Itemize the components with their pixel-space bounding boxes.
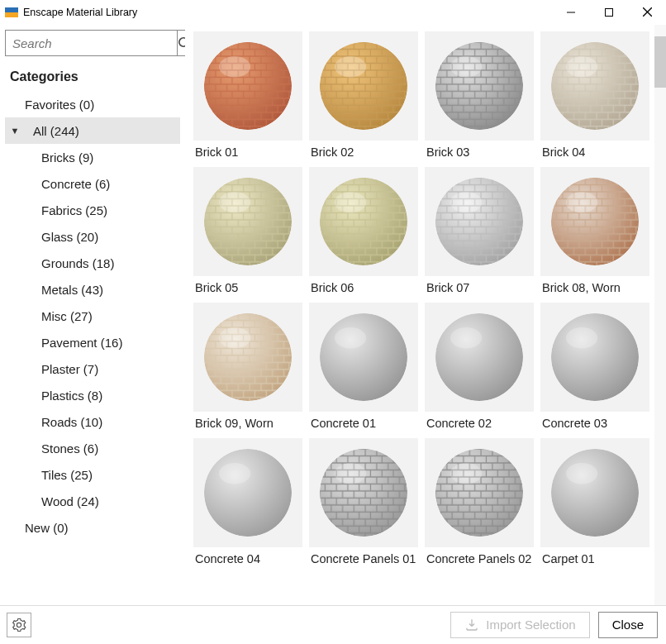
svg-point-39 xyxy=(566,192,597,212)
subcategory-label: Plastics (8) xyxy=(21,389,102,403)
svg-rect-58 xyxy=(320,449,407,537)
material-thumbnail xyxy=(425,438,534,547)
material-thumbnail xyxy=(309,167,418,276)
material-label: Concrete Panels 02 xyxy=(425,547,534,569)
material-tile[interactable]: Carpet 01 xyxy=(540,438,649,569)
material-tile[interactable]: Brick 06 xyxy=(309,167,418,298)
import-label: Import Selection xyxy=(486,618,575,632)
footer: Import Selection Close xyxy=(0,605,666,643)
subcategory-label: Tiles (25) xyxy=(21,468,93,482)
material-label: Brick 04 xyxy=(540,141,649,162)
subcategory-item[interactable]: Metals (43) xyxy=(5,276,180,303)
material-label: Brick 05 xyxy=(193,276,302,298)
materials-grid-panel: Brick 01 Brick 02 xyxy=(185,25,666,605)
material-label: Brick 06 xyxy=(309,276,418,298)
category-new[interactable]: New (0) xyxy=(5,514,180,541)
subcategory-item[interactable]: Concrete (6) xyxy=(5,170,180,197)
svg-point-19 xyxy=(450,56,482,77)
material-label: Concrete 04 xyxy=(193,547,302,569)
material-thumbnail xyxy=(309,31,418,141)
subcategory-item[interactable]: Fabrics (25) xyxy=(5,197,180,223)
material-tile[interactable]: Concrete Panels 01 xyxy=(309,438,418,569)
svg-rect-26 xyxy=(204,178,292,265)
svg-point-35 xyxy=(450,192,482,212)
material-tile[interactable]: Brick 05 xyxy=(193,167,302,298)
subcategory-label: Metals (43) xyxy=(21,283,103,297)
svg-point-48 xyxy=(435,313,523,401)
material-tile[interactable]: Brick 01 xyxy=(193,31,302,162)
svg-point-23 xyxy=(566,56,597,77)
svg-point-27 xyxy=(219,192,250,212)
minimize-button[interactable] xyxy=(552,0,590,25)
settings-button[interactable] xyxy=(7,613,31,637)
material-tile[interactable]: Concrete 02 xyxy=(425,303,534,433)
svg-point-66 xyxy=(566,463,597,484)
subcategory-item[interactable]: Plastics (8) xyxy=(5,382,180,408)
close-window-button[interactable] xyxy=(628,0,666,25)
category-label: Favorites (0) xyxy=(21,98,94,112)
material-tile[interactable]: Brick 03 xyxy=(425,31,534,162)
subcategory-item[interactable]: Grounds (18) xyxy=(5,250,180,276)
maximize-button[interactable] xyxy=(590,0,628,25)
search-input[interactable] xyxy=(5,30,178,56)
subcategory-item[interactable]: Tiles (25) xyxy=(5,461,180,488)
material-tile[interactable]: Brick 04 xyxy=(540,31,649,162)
category-favorites[interactable]: Favorites (0) xyxy=(5,91,180,117)
svg-point-51 xyxy=(551,313,639,401)
material-tile[interactable]: Brick 07 xyxy=(425,167,534,298)
vertical-scrollbar[interactable] xyxy=(654,25,666,605)
svg-rect-3 xyxy=(606,8,613,16)
svg-rect-22 xyxy=(551,42,639,130)
category-all[interactable]: ▼All (244) xyxy=(5,117,180,144)
subcategory-item[interactable]: Stones (6) xyxy=(5,435,180,461)
subcategory-item[interactable]: Bricks (9) xyxy=(5,144,180,170)
svg-point-11 xyxy=(219,56,250,77)
subcategory-item[interactable]: Wood (24) xyxy=(5,488,180,514)
svg-point-52 xyxy=(566,327,597,348)
material-tile[interactable]: Brick 08, Worn xyxy=(540,167,649,298)
gear-icon xyxy=(12,618,26,632)
svg-point-65 xyxy=(551,449,639,537)
subcategory-item[interactable]: Plaster (7) xyxy=(5,355,180,382)
material-tile[interactable]: Brick 09, Worn xyxy=(193,303,302,433)
chevron-down-icon: ▼ xyxy=(8,126,21,136)
svg-point-46 xyxy=(335,327,366,348)
material-label: Carpet 01 xyxy=(540,547,649,569)
svg-point-43 xyxy=(219,327,250,348)
material-label: Concrete 01 xyxy=(309,412,418,433)
svg-rect-30 xyxy=(320,178,407,265)
material-tile[interactable]: Concrete 03 xyxy=(540,303,649,433)
material-label: Brick 09, Worn xyxy=(193,412,302,433)
svg-point-15 xyxy=(335,56,366,77)
material-label: Brick 07 xyxy=(425,276,534,298)
material-label: Brick 02 xyxy=(309,141,418,162)
subcategory-label: Grounds (18) xyxy=(21,256,114,270)
subcategory-item[interactable]: Roads (10) xyxy=(5,408,180,435)
material-tile[interactable]: Brick 02 xyxy=(309,31,418,162)
subcategory-label: Roads (10) xyxy=(21,415,102,429)
material-thumbnail xyxy=(540,438,649,547)
subcategory-label: Glass (20) xyxy=(21,230,98,244)
app-icon xyxy=(5,6,18,19)
subcategory-label: Bricks (9) xyxy=(21,150,93,165)
svg-point-63 xyxy=(450,463,482,484)
subcategory-label: Concrete (6) xyxy=(21,177,110,191)
material-thumbnail xyxy=(425,167,534,276)
subcategory-item[interactable]: Glass (20) xyxy=(5,223,180,250)
material-thumbnail xyxy=(193,31,302,141)
material-tile[interactable]: Concrete 04 xyxy=(193,438,302,569)
svg-point-55 xyxy=(219,463,250,484)
svg-rect-42 xyxy=(204,313,292,401)
material-tile[interactable]: Concrete Panels 02 xyxy=(425,438,534,569)
subcategory-item[interactable]: Misc (27) xyxy=(5,303,180,329)
material-tile[interactable]: Concrete 01 xyxy=(309,303,418,433)
window-title: Enscape Material Library xyxy=(23,7,137,18)
close-button[interactable]: Close xyxy=(598,612,658,638)
material-thumbnail xyxy=(309,303,418,412)
material-label: Concrete Panels 01 xyxy=(309,547,418,569)
svg-point-49 xyxy=(450,327,482,348)
svg-rect-34 xyxy=(435,178,523,265)
svg-rect-10 xyxy=(204,42,292,130)
subcategory-item[interactable]: Pavement (16) xyxy=(5,329,180,355)
svg-rect-62 xyxy=(435,449,523,537)
